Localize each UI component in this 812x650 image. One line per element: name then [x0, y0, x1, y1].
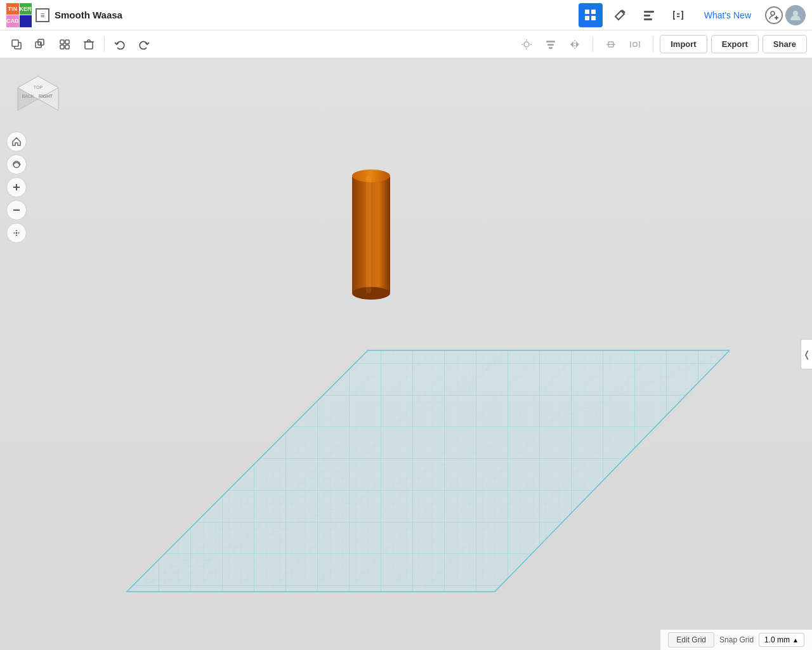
- snap-grid-value-text: 1.0 mm: [764, 635, 790, 644]
- svg-line-43: [235, 354, 463, 589]
- cylinder-object[interactable]: [346, 157, 396, 305]
- svg-line-44: [273, 354, 501, 589]
- svg-line-51: [127, 350, 730, 592]
- svg-line-50: [501, 354, 730, 589]
- svg-rect-1: [591, 10, 596, 14]
- zoom-out-button[interactable]: [6, 200, 27, 220]
- zoom-in-button[interactable]: [6, 177, 27, 197]
- logo-cad: [20, 15, 32, 27]
- align-button[interactable]: [539, 33, 562, 56]
- toolbar-right: Import Export Share: [515, 33, 807, 56]
- logo-ker: KER: [20, 3, 32, 15]
- edit-toolbar: Import Export Share: [0, 30, 812, 58]
- svg-line-46: [349, 354, 577, 589]
- svg-line-48: [425, 354, 653, 589]
- duplicate-button[interactable]: [29, 33, 52, 56]
- svg-rect-20: [85, 42, 93, 49]
- svg-text:TOP: TOP: [34, 85, 43, 90]
- svg-rect-37: [633, 43, 637, 46]
- svg-rect-58: [366, 176, 371, 293]
- codeblocks-icon: [643, 9, 655, 22]
- svg-rect-12: [12, 40, 18, 46]
- svg-rect-2: [585, 16, 589, 20]
- nav-codeblocks-btn[interactable]: [637, 3, 661, 27]
- svg-marker-54: [127, 350, 730, 592]
- svg-rect-3: [591, 16, 596, 20]
- svg-marker-39: [127, 350, 730, 592]
- svg-text:RIGHT: RIGHT: [39, 94, 53, 98]
- distribute-button[interactable]: [624, 33, 646, 56]
- mirror-button[interactable]: [563, 33, 586, 56]
- undo-button[interactable]: [108, 33, 131, 56]
- copy-button[interactable]: [5, 33, 28, 56]
- svg-line-45: [311, 354, 539, 589]
- svg-rect-0: [585, 10, 589, 14]
- view-tools-group: [515, 33, 586, 56]
- svg-text:BACK: BACK: [22, 94, 34, 98]
- edit-grid-button[interactable]: Edit Grid: [668, 632, 714, 647]
- light-button[interactable]: [515, 33, 538, 56]
- nav-grid-view-btn[interactable]: [579, 3, 603, 27]
- hamburger-icon: ≡: [40, 11, 44, 20]
- svg-rect-32: [549, 47, 553, 49]
- user-area[interactable]: [765, 5, 806, 25]
- align-tools-group: [599, 33, 646, 56]
- svg-rect-30: [546, 41, 555, 43]
- toolbar-separator-1: [104, 37, 105, 52]
- logo-tin: TIN: [6, 3, 19, 15]
- grid-icon: [584, 9, 597, 22]
- share-button[interactable]: Share: [763, 35, 807, 53]
- top-navigation: TIN KER CAD ≡ Smooth Waasa: [0, 0, 812, 30]
- hammer-icon: [613, 9, 626, 22]
- nav-sim-btn[interactable]: [666, 3, 690, 27]
- svg-point-7: [771, 11, 775, 15]
- viewport[interactable]: RIGHT BACK TOP: [0, 58, 812, 650]
- orbit-button[interactable]: [6, 154, 27, 175]
- svg-point-66: [19, 164, 21, 166]
- svg-line-52: [140, 352, 504, 589]
- group-button[interactable]: [53, 33, 76, 56]
- redo-button[interactable]: [133, 33, 155, 56]
- fit-view-button[interactable]: [6, 223, 27, 243]
- canvas-area: [0, 58, 812, 650]
- home-view-button[interactable]: [6, 131, 27, 152]
- align-edge-button[interactable]: [599, 33, 622, 56]
- svg-point-25: [524, 42, 529, 47]
- nav-build-mode-btn[interactable]: [608, 3, 632, 27]
- svg-point-10: [793, 11, 798, 16]
- user-avatar[interactable]: [785, 5, 806, 25]
- chevron-icon: ❬: [803, 349, 811, 359]
- svg-line-53: [171, 354, 511, 587]
- svg-rect-18: [60, 45, 64, 49]
- brackets-icon: [672, 9, 684, 22]
- svg-rect-5: [644, 15, 650, 17]
- project-menu-icon[interactable]: ≡: [36, 8, 49, 22]
- svg-line-42: [197, 354, 428, 589]
- svg-point-70: [16, 232, 18, 234]
- snap-grid-value[interactable]: 1.0 mm ▲: [759, 633, 804, 647]
- svg-rect-19: [65, 45, 69, 49]
- svg-rect-6: [644, 18, 652, 20]
- import-button[interactable]: Import: [660, 35, 707, 53]
- svg-rect-4: [644, 11, 654, 13]
- svg-line-49: [463, 354, 691, 589]
- whats-new-button[interactable]: What's New: [695, 6, 760, 24]
- view-cube[interactable]: RIGHT BACK TOP: [13, 71, 63, 122]
- view-controls: [6, 131, 27, 243]
- svg-rect-17: [65, 40, 69, 44]
- bottom-bar: Edit Grid Snap Grid 1.0 mm ▲: [660, 630, 812, 650]
- svg-line-47: [387, 354, 615, 589]
- logo-blank: CAD: [6, 15, 19, 27]
- chevron-down-icon: ▲: [792, 637, 799, 644]
- svg-line-40: [130, 354, 365, 589]
- toolbar-separator-3: [653, 37, 653, 52]
- right-panel-toggle[interactable]: ❬: [801, 339, 812, 369]
- delete-button[interactable]: [77, 33, 100, 56]
- snap-grid-label: Snap Grid: [719, 635, 754, 644]
- project-title[interactable]: Smooth Waasa: [55, 10, 573, 20]
- tinkercad-logo[interactable]: TIN KER CAD: [6, 3, 30, 27]
- svg-line-41: [159, 354, 393, 589]
- add-user-icon[interactable]: [765, 6, 783, 24]
- export-button[interactable]: Export: [711, 35, 759, 53]
- svg-rect-31: [547, 44, 554, 46]
